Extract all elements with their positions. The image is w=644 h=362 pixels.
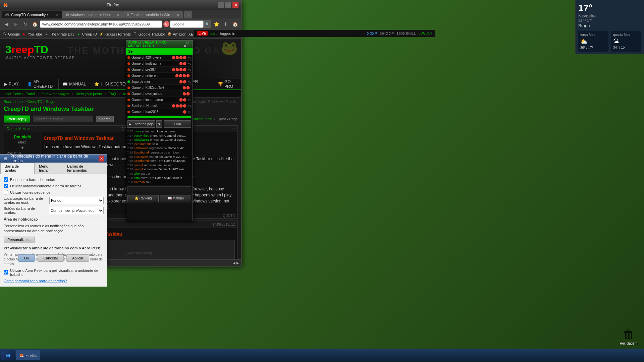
minimize-button[interactable]: _ bbox=[218, 2, 224, 8]
live-bar: LIVE alfro logged in XDXP 5942 XP 1909 S… bbox=[194, 30, 435, 37]
enter-game-button[interactable]: ▶ Entrar no jogo bbox=[127, 120, 155, 128]
bookmark-translator[interactable]: T Google Tradutor bbox=[133, 32, 165, 37]
dialog-titlebar: 🖥 Propriedades do menu Iniciar e da barr… bbox=[0, 155, 107, 163]
tab-close-button[interactable]: ✕ bbox=[56, 13, 59, 17]
skill-value: 1909 SKILL bbox=[396, 32, 416, 36]
post-reply-button[interactable]: Post Reply bbox=[4, 115, 30, 123]
bookmark-kickass[interactable]: ⚡ KickassTorrents bbox=[99, 32, 131, 37]
manual-button[interactable]: 📖 Manual bbox=[160, 195, 191, 202]
recycle-bin[interactable]: 🗑 Reciclagem bbox=[620, 327, 637, 345]
small-icons-checkbox[interactable] bbox=[4, 190, 8, 194]
chat-line: 7:20 alfro entrou em Game of 420Towers. bbox=[127, 176, 192, 180]
location-select[interactable]: Fundo bbox=[49, 197, 104, 204]
forward-button[interactable]: ▶ bbox=[12, 20, 20, 28]
status-dot bbox=[127, 68, 130, 71]
chat-input[interactable] bbox=[127, 186, 191, 192]
help-link[interactable]: Como personalizar a barra de tarefas? bbox=[4, 279, 67, 283]
list-item[interactable]: Game of 420Towers 🔴🔴🔴🔴 +0 bbox=[126, 55, 193, 61]
tab-2[interactable]: 🖥 windows taskbar hidden freezes - Pes..… bbox=[62, 11, 122, 18]
game-list: Game of 420Towers 🔴🔴🔴🔴 +0 Game of lordtr… bbox=[126, 55, 193, 115]
chat-line: 7:20 alfro entrou! bbox=[127, 172, 192, 176]
ranking-button[interactable]: ⭐ Ranking bbox=[127, 195, 159, 202]
new-tab-button[interactable]: + bbox=[184, 11, 192, 18]
bookmark-piratebay[interactable]: ☠ The Pirate Bay bbox=[44, 32, 74, 37]
lock-taskbar-checkbox[interactable] bbox=[4, 177, 8, 182]
list-item[interactable]: Jogo de minir 🔴🔴 +0 bbox=[126, 79, 193, 85]
faq-link[interactable]: FAQ bbox=[109, 92, 116, 96]
tab-close-button[interactable]: ✕ bbox=[116, 13, 119, 17]
chat-line: 7:20 Corrado saiu... bbox=[127, 180, 192, 184]
status-dot bbox=[127, 93, 130, 95]
star-button[interactable]: ⭐ bbox=[212, 20, 220, 28]
list-item[interactable]: Game of ovosynthos 🔴🔴 bbox=[126, 91, 193, 97]
list-item[interactable]: Game of pre387 🔴🔴🔴🔴 +0 bbox=[126, 67, 193, 73]
close-button[interactable]: ✕ bbox=[232, 2, 238, 8]
list-item[interactable]: Game of lexermatron 🔴🔴 +0 bbox=[126, 97, 193, 103]
chat-line: 7:17 minjir entrou em Jogo de minjir... bbox=[127, 129, 192, 134]
forecast-day-2: quarta-feira 🌤 34° / 15° bbox=[611, 31, 641, 52]
chat-input-area bbox=[126, 185, 193, 193]
list-item[interactable]: Spiel von NoLuck 🔴🔴🔴🔴 +1 bbox=[126, 103, 193, 109]
tab-3[interactable]: 🖥 Taskbar autohide in Windows 7 cause...… bbox=[122, 11, 183, 18]
taskbar-firefox[interactable]: 🦊 Firefox bbox=[16, 350, 40, 360]
quote-link[interactable]: QUOTE bbox=[223, 214, 235, 218]
nav-manual[interactable]: 📖 MANUAL bbox=[59, 79, 90, 89]
list-item[interactable]: Game of reftieren 🔴🔴🔴🔴 bbox=[126, 73, 193, 79]
autohide-checkbox[interactable] bbox=[4, 184, 8, 188]
dialog-tab-toolbars[interactable]: Barras de ferramentas bbox=[63, 163, 107, 174]
breadcrumb-home[interactable]: Board index bbox=[4, 100, 23, 104]
nav-gopro[interactable]: 🏆 GO PRO bbox=[214, 79, 241, 89]
bookmark-youtube[interactable]: ▶ YouTube bbox=[22, 32, 42, 37]
reload-button[interactable]: ↻ bbox=[21, 20, 29, 28]
address-bar[interactable]: www.creeptd.com/forums/viewtopic.php?f=1… bbox=[40, 20, 162, 28]
breadcrumb-bugs[interactable]: Bugs bbox=[46, 100, 55, 104]
bookmark-xe[interactable]: XE bbox=[189, 32, 194, 36]
list-item[interactable]: Game of fear2013 🔴 +0 bbox=[126, 109, 193, 115]
tab-favicon: 🖥 bbox=[65, 13, 69, 17]
tab-1[interactable]: 🎮 CreepTD Community • View topic - C... … bbox=[2, 11, 62, 18]
search-submit-button[interactable]: 🔍 bbox=[204, 20, 211, 28]
nav-play[interactable]: ▶ PLAY bbox=[0, 79, 23, 89]
search-topic-input[interactable] bbox=[33, 116, 93, 122]
dialog-tab-taskbar[interactable]: Barra de tarefas bbox=[0, 163, 35, 174]
back-button[interactable]: ◀ bbox=[2, 20, 10, 28]
ok-button[interactable]: OK bbox=[18, 254, 35, 262]
search-topic-button[interactable]: Search bbox=[96, 116, 114, 122]
aero-checkbox[interactable] bbox=[4, 270, 8, 275]
bookmark-amazon[interactable]: 📦 Amazon bbox=[167, 32, 186, 37]
buttons-select[interactable]: Combin. sempre/ocult. etiq... bbox=[49, 207, 104, 214]
dialog-tab-start-menu[interactable]: Menu Iniciar bbox=[35, 163, 63, 174]
apply-button[interactable]: Aplicar bbox=[66, 254, 89, 262]
bookmark-google[interactable]: G Google bbox=[2, 32, 20, 37]
breadcrumb-creeptd[interactable]: CreepTD bbox=[27, 100, 42, 104]
home-page-button[interactable]: 🏠 bbox=[231, 20, 239, 28]
autohide-label: Ocultar automaticamente a barra de taref… bbox=[10, 184, 82, 188]
download-button[interactable]: ⬇ bbox=[222, 20, 230, 28]
search-input[interactable] bbox=[170, 20, 204, 28]
browser-navbar: ◀ ▶ ↻ 🏠 www.creeptd.com/forums/viewtopic… bbox=[0, 18, 241, 30]
create-game-button[interactable]: + Criar... bbox=[164, 120, 191, 128]
browser-titlebar: 🦊 Firefox _ □ ✕ bbox=[0, 0, 241, 10]
view-posts-link[interactable]: View your posts bbox=[76, 92, 102, 96]
browser-tabs: 🎮 CreepTD Community • View topic - C... … bbox=[0, 10, 241, 18]
logout-button[interactable]: LOGOUT bbox=[419, 32, 433, 35]
lock-taskbar-label: Bloquear a barra de tarefas bbox=[10, 178, 55, 182]
bookmark-creeptd[interactable]: ● CreepTD bbox=[76, 32, 97, 37]
new-messages-link[interactable]: 0 new messages bbox=[42, 92, 69, 96]
list-item[interactable]: Game of lordtrauma 🔴🔴 +0 bbox=[126, 61, 193, 67]
personalizar-button[interactable]: Personalizar... bbox=[4, 236, 35, 243]
chat-line: 7:17 iceburner131 saiu... bbox=[127, 142, 192, 146]
maximize-button[interactable]: □ bbox=[225, 2, 231, 8]
user-control-panel-link[interactable]: User Control Panel bbox=[4, 92, 35, 96]
cancel-button[interactable]: Cancelar bbox=[38, 254, 64, 262]
start-button[interactable]: ⊞ bbox=[1, 350, 15, 360]
dialog-close-button[interactable]: ✕ bbox=[99, 156, 104, 162]
desktop: 17° Nevoeiro 32° / 17° Braga terça-feira… bbox=[0, 0, 644, 362]
home-button[interactable]: 🏠 bbox=[31, 20, 39, 28]
checkbox-small-icons: Utilizar ícones pequenos bbox=[4, 190, 104, 194]
list-item[interactable]: Game of KDIZcLuTcH 🔴🔴 bbox=[126, 85, 193, 91]
breadcrumb: Board index › CreepTD › Bugs Previous to… bbox=[4, 100, 238, 104]
nav-mycreeptd[interactable]: 👤 MY CREEPTD bbox=[23, 79, 59, 89]
tab-close-button[interactable]: ✕ bbox=[177, 13, 179, 17]
enter-game-dropdown[interactable]: ▼ bbox=[156, 120, 162, 128]
